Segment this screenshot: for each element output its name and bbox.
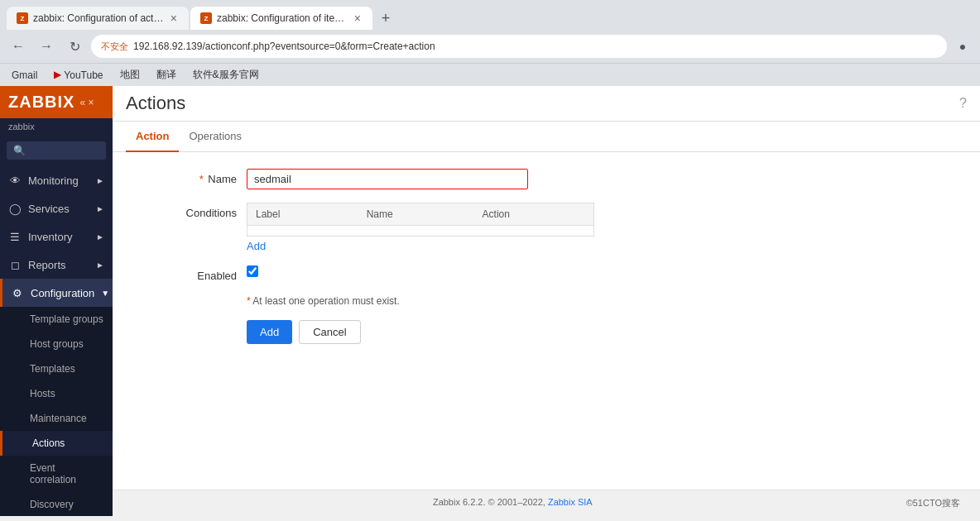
bookmark-maps-label: 地图 (120, 68, 140, 82)
page-title: Actions (126, 93, 185, 114)
enabled-label: Enabled (137, 265, 237, 282)
bookmark-gmail[interactable]: Gmail (7, 68, 42, 83)
sidebar-item-monitoring[interactable]: 👁 Monitoring ► (0, 166, 113, 194)
bookmark-software-label: 软件&服务官网 (193, 68, 259, 82)
back-button[interactable]: ← (7, 35, 30, 58)
forward-button[interactable]: → (35, 35, 58, 58)
sidebar: ZABBIX « × zabbix 🔍 👁 Monitoring ► ◯ Ser… (0, 86, 113, 516)
chevron-down-icon: ▼ (101, 289, 109, 298)
bookmark-youtube[interactable]: ▶ YouTube (49, 68, 108, 83)
sidebar-subitem-host-groups[interactable]: Host groups (0, 332, 113, 356)
sidebar-item-services-label: Services (28, 203, 70, 215)
tab-1-title: zabbix: Configuration of actio... (33, 12, 164, 24)
sidebar-item-reports-label: Reports (28, 259, 66, 271)
form-tabs-bar: Action Operations (113, 122, 980, 152)
bookmark-maps[interactable]: 地图 (115, 66, 145, 84)
content-area: Action Operations * Name (113, 122, 980, 490)
tab-bar: Z zabbix: Configuration of actio... × Z … (0, 0, 980, 30)
chevron-right-icon-4: ► (96, 260, 104, 270)
app: ZABBIX « × zabbix 🔍 👁 Monitoring ► ◯ Ser… (0, 86, 980, 516)
tab-2[interactable]: Z zabbix: Configuration of items × (190, 7, 372, 30)
form-row-enabled: Enabled (137, 265, 955, 282)
col-label: Label (247, 203, 358, 226)
sidebar-subitem-event-correlation[interactable]: Event correlation (0, 456, 113, 492)
chevron-right-icon-2: ► (96, 204, 104, 213)
sidebar-subitem-actions[interactable]: Actions (0, 431, 113, 456)
eye-icon: 👁 (8, 174, 22, 187)
reload-button[interactable]: ↻ (63, 35, 86, 58)
conditions-table: Label Name Action (247, 203, 594, 237)
sidebar-item-reports[interactable]: ◻ Reports ► (0, 251, 113, 279)
cancel-button[interactable]: Cancel (299, 320, 360, 344)
help-question-icon[interactable]: ? (959, 96, 967, 111)
bookmark-software[interactable]: 软件&服务官网 (188, 66, 264, 84)
sidebar-item-monitoring-label: Monitoring (28, 174, 79, 187)
browser-chrome: Z zabbix: Configuration of actio... × Z … (0, 0, 980, 86)
name-label: * Name (137, 169, 237, 185)
sidebar-logo: ZABBIX « × (0, 86, 113, 118)
tab-1[interactable]: Z zabbix: Configuration of actio... × (7, 7, 189, 30)
footer-right: ©51CTO搜客 (906, 497, 960, 509)
search-input[interactable] (29, 145, 95, 156)
form-area: * Name Conditions Label (113, 152, 980, 361)
sidebar-item-services[interactable]: ◯ Services ► (0, 194, 113, 222)
bookmark-translate[interactable]: 翻译 (151, 66, 181, 84)
notice-text: At least one operation must exist. (247, 295, 955, 307)
bookmark-youtube-label: YouTube (64, 69, 103, 81)
configuration-submenu: Template groups Host groups Templates Ho… (0, 307, 113, 516)
col-name: Name (358, 203, 474, 226)
col-action: Action (474, 203, 594, 226)
form-row-name: * Name (137, 169, 955, 189)
security-warning: 不安全 (101, 41, 128, 53)
tab-2-icon: Z (200, 12, 212, 24)
footer-text: Zabbix 6.2.2. © 2001–2022, (433, 497, 545, 507)
enabled-checkbox[interactable] (247, 265, 258, 277)
logo-text: ZABBIX (8, 93, 74, 112)
services-icon: ◯ (8, 202, 22, 215)
sidebar-subitem-templates[interactable]: Templates (0, 356, 113, 381)
new-tab-button[interactable]: + (374, 7, 397, 30)
tab-action[interactable]: Action (126, 122, 179, 152)
sidebar-item-configuration-label: Configuration (31, 287, 94, 299)
search-box[interactable]: 🔍 (7, 141, 106, 160)
sidebar-item-configuration[interactable]: ⚙ Configuration ▼ (0, 279, 113, 307)
inventory-icon: ☰ (8, 230, 22, 243)
configuration-icon: ⚙ (11, 286, 24, 299)
main-header: Actions ? (113, 86, 980, 122)
bookmarks-bar: Gmail ▶ YouTube 地图 翻译 软件&服务官网 (0, 63, 980, 86)
form-row-conditions: Conditions Label Name Action (137, 203, 955, 252)
conditions-container: Label Name Action Add (247, 203, 594, 252)
main-content: Actions ? Action Operations * Name (113, 86, 980, 516)
sidebar-user: zabbix (0, 118, 113, 138)
footer: Zabbix 6.2.2. © 2001–2022, Zabbix SIA ©5… (113, 490, 980, 516)
youtube-icon: ▶ (54, 69, 60, 80)
tab-operations[interactable]: Operations (179, 122, 252, 152)
add-button[interactable]: Add (247, 320, 292, 344)
name-input[interactable] (247, 169, 528, 189)
bookmark-gmail-label: Gmail (12, 69, 37, 81)
chevron-right-icon: ► (96, 176, 104, 185)
profile-button[interactable]: ● (952, 36, 973, 57)
tab-2-close[interactable]: × (353, 10, 363, 26)
form-buttons: Add Cancel (247, 320, 955, 344)
sidebar-subitem-hosts[interactable]: Hosts (0, 381, 113, 406)
reports-icon: ◻ (8, 258, 22, 271)
conditions-empty-row (247, 226, 594, 237)
address-input[interactable]: 不安全 192.168.92.139/actionconf.php?events… (91, 35, 947, 58)
search-icon: 🔍 (13, 145, 26, 156)
conditions-label: Conditions (137, 203, 237, 219)
chevron-right-icon-3: ► (96, 232, 104, 241)
add-condition-link[interactable]: Add (247, 240, 594, 252)
sidebar-subitem-discovery[interactable]: Discovery (0, 492, 113, 516)
bookmark-translate-label: 翻译 (156, 68, 176, 82)
enabled-checkbox-row (247, 265, 258, 277)
sidebar-subitem-maintenance[interactable]: Maintenance (0, 406, 113, 431)
sidebar-item-inventory-label: Inventory (28, 231, 72, 243)
sidebar-subitem-template-groups[interactable]: Template groups (0, 307, 113, 332)
footer-link[interactable]: Zabbix SIA (548, 497, 593, 507)
address-bar: ← → ↻ 不安全 192.168.92.139/actionconf.php?… (0, 30, 980, 63)
tab-2-title: zabbix: Configuration of items (217, 12, 348, 24)
sidebar-item-inventory[interactable]: ☰ Inventory ► (0, 222, 113, 251)
tab-1-close[interactable]: × (169, 10, 179, 26)
tab-1-icon: Z (17, 12, 28, 24)
